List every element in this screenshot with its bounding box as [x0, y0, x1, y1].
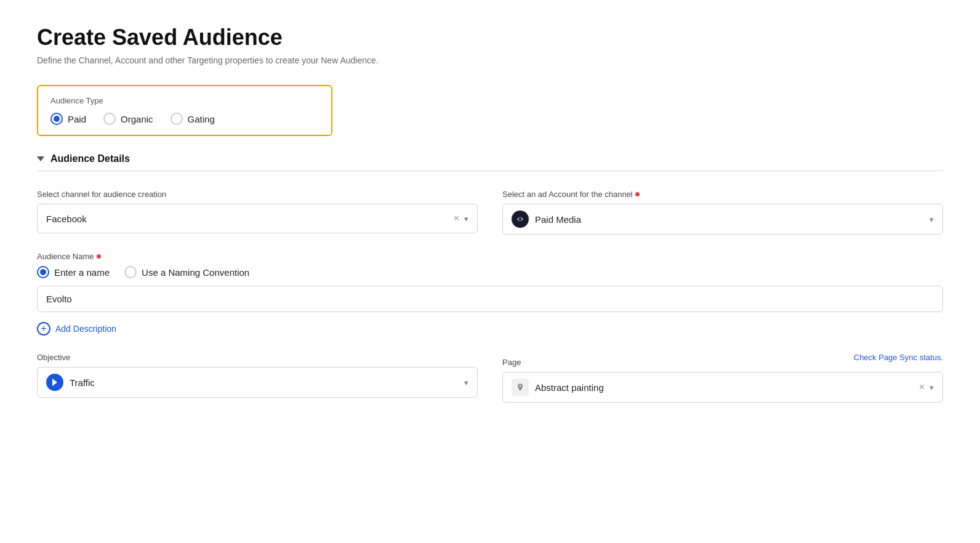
radio-naming-convention[interactable]: Use a Naming Convention: [124, 266, 249, 278]
ad-account-col: Select an ad Account for the channel Pai…: [502, 190, 943, 235]
ad-account-required-dot: [635, 192, 640, 196]
page-clear-icon[interactable]: ×: [919, 382, 925, 393]
channel-col: Select channel for audience creation Fac…: [37, 190, 478, 235]
objective-page-row: Objective Traffic ▾ Page Check Page Sync…: [37, 353, 943, 403]
objective-col: Objective Traffic ▾: [37, 353, 478, 403]
page-col: Page Check Page Sync status. Abstract pa…: [502, 353, 943, 403]
ad-account-label: Select an ad Account for the channel: [502, 190, 943, 199]
channel-dropdown-icon[interactable]: ▾: [464, 214, 468, 223]
channel-account-row: Select channel for audience creation Fac…: [37, 190, 943, 235]
channel-select[interactable]: Facebook × ▾: [37, 204, 478, 233]
traffic-icon: [46, 374, 63, 391]
audience-type-box: Audience Type Paid Organic Gating: [37, 85, 332, 136]
objective-value: Traffic: [70, 377, 95, 388]
page-title: Create Saved Audience: [37, 25, 943, 50]
page-label: Page: [502, 358, 521, 367]
channel-value: Facebook: [46, 214, 87, 224]
objective-select[interactable]: Traffic ▾: [37, 367, 478, 398]
ad-account-value: Paid Media: [535, 214, 581, 225]
channel-label: Select channel for audience creation: [37, 190, 478, 199]
page-value: Abstract painting: [535, 382, 604, 393]
radio-naming-circle: [124, 266, 137, 278]
radio-organic-label: Organic: [121, 114, 153, 124]
add-description-button[interactable]: Add Description: [37, 322, 116, 336]
audience-name-label: Audience Name: [37, 252, 943, 261]
audience-details-section: Audience Details: [37, 153, 943, 171]
page-subtitle: Define the Channel, Account and other Ta…: [37, 55, 943, 65]
ad-account-dropdown-icon[interactable]: ▾: [930, 215, 934, 224]
radio-enter-name[interactable]: Enter a name: [37, 266, 110, 278]
audience-name-radio-group: Enter a name Use a Naming Convention: [37, 266, 943, 278]
svg-marker-2: [52, 379, 57, 386]
audience-type-label: Audience Type: [50, 96, 319, 105]
radio-naming-label: Use a Naming Convention: [142, 267, 249, 278]
paid-media-avatar: [512, 211, 529, 228]
radio-gating-circle: [171, 113, 183, 125]
radio-organic[interactable]: Organic: [103, 113, 153, 125]
add-description-label: Add Description: [55, 324, 116, 334]
radio-paid-label: Paid: [68, 114, 86, 124]
page-dropdown-icon[interactable]: ▾: [930, 383, 934, 392]
objective-dropdown-icon[interactable]: ▾: [464, 378, 468, 387]
audience-type-radio-group: Paid Organic Gating: [50, 113, 319, 125]
radio-enter-name-label: Enter a name: [54, 267, 110, 278]
add-description-icon: [37, 322, 50, 336]
radio-paid-circle: [50, 113, 63, 125]
audience-name-section: Audience Name Enter a name Use a Naming …: [37, 252, 943, 312]
check-page-sync-link[interactable]: Check Page Sync status.: [854, 353, 943, 362]
radio-gating[interactable]: Gating: [171, 113, 215, 125]
radio-gating-label: Gating: [188, 114, 215, 124]
radio-paid[interactable]: Paid: [50, 113, 86, 125]
svg-point-1: [519, 218, 522, 221]
channel-clear-icon[interactable]: ×: [454, 213, 459, 224]
section-title: Audience Details: [50, 153, 130, 164]
objective-label: Objective: [37, 353, 478, 362]
ad-account-select[interactable]: Paid Media ▾: [502, 204, 943, 235]
page-field-icon: [512, 379, 529, 396]
audience-name-required-dot: [97, 254, 101, 259]
page-label-row: Page Check Page Sync status.: [502, 353, 943, 367]
audience-name-input[interactable]: [37, 286, 943, 312]
radio-enter-name-circle: [37, 266, 49, 278]
radio-organic-circle: [103, 113, 116, 125]
section-collapse-icon[interactable]: [37, 156, 44, 161]
page-select[interactable]: Abstract painting × ▾: [502, 372, 943, 403]
